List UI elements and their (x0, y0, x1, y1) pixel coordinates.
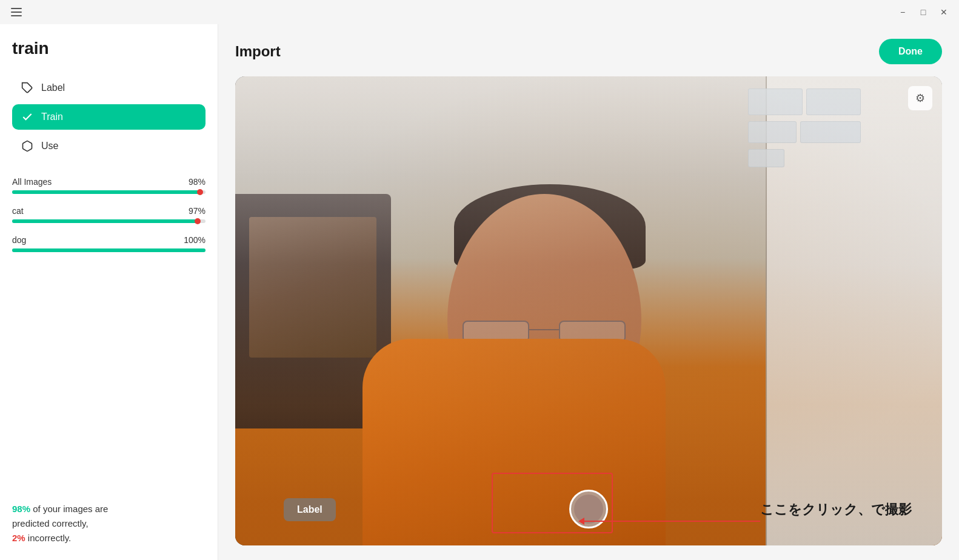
stat-all-images: All Images 98% (12, 177, 206, 194)
done-button[interactable]: Done (879, 39, 942, 64)
stat-cat-dot (195, 218, 201, 224)
maximize-button[interactable]: □ (918, 7, 929, 18)
stat-dog: dog 100% (12, 235, 206, 252)
stats-section: All Images 98% cat 97% (12, 177, 206, 264)
summary-text: 98% of your images arepredicted correctl… (12, 502, 206, 545)
main-layout: train Label Train (0, 24, 959, 560)
menu-button[interactable] (10, 7, 23, 18)
sidebar-item-use-text: Use (41, 141, 58, 152)
stat-all-fill (12, 190, 202, 194)
close-button[interactable]: ✕ (938, 7, 949, 18)
settings-button[interactable]: ⚙ (908, 86, 932, 110)
content-area: Import Done (218, 24, 959, 560)
titlebar-left (10, 7, 23, 18)
arrow-head (578, 518, 584, 525)
sidebar-item-train[interactable]: Train (12, 104, 206, 130)
stat-all-label: All Images (12, 177, 52, 187)
stat-all-value: 98% (189, 177, 206, 187)
stat-all-bar (12, 190, 206, 194)
annotation-container: ここをクリック、で撮影 (760, 501, 912, 519)
stat-dog-label: dog (12, 235, 26, 245)
use-icon (21, 139, 34, 153)
summary-end: incorrectly. (28, 533, 71, 543)
titlebar: − □ ✕ (0, 0, 959, 24)
content-header: Import Done (235, 39, 942, 64)
incorrect-percent: 2% (12, 533, 25, 543)
app-title: train (12, 39, 206, 58)
stat-cat: cat 97% (12, 206, 206, 223)
stat-cat-fill (12, 219, 199, 223)
label-icon (21, 81, 34, 95)
camera-container: ⚙ Label ここをクリック、で撮影 (235, 76, 942, 545)
titlebar-controls: − □ ✕ (897, 7, 949, 18)
stat-dog-bar (12, 248, 206, 252)
stat-all-dot (197, 189, 203, 195)
sidebar-item-label[interactable]: Label (12, 75, 206, 101)
correct-percent: 98% (12, 504, 30, 514)
sidebar: train Label Train (0, 24, 218, 560)
content-title: Import (235, 43, 281, 60)
arrow-line (584, 521, 760, 522)
annotation-arrow (578, 518, 760, 525)
train-icon (21, 110, 34, 124)
sidebar-item-train-text: Train (41, 112, 63, 122)
sidebar-item-use[interactable]: Use (12, 133, 206, 159)
stat-dog-fill (12, 248, 206, 252)
stat-cat-value: 97% (189, 206, 206, 216)
sidebar-item-label-text: Label (41, 82, 65, 93)
minimize-button[interactable]: − (897, 7, 908, 18)
stat-cat-label: cat (12, 206, 24, 216)
stat-cat-bar (12, 219, 206, 223)
annotation-text: ここをクリック、で撮影 (760, 501, 912, 519)
label-overlay-button[interactable]: Label (284, 498, 336, 521)
stat-dog-value: 100% (184, 235, 206, 245)
